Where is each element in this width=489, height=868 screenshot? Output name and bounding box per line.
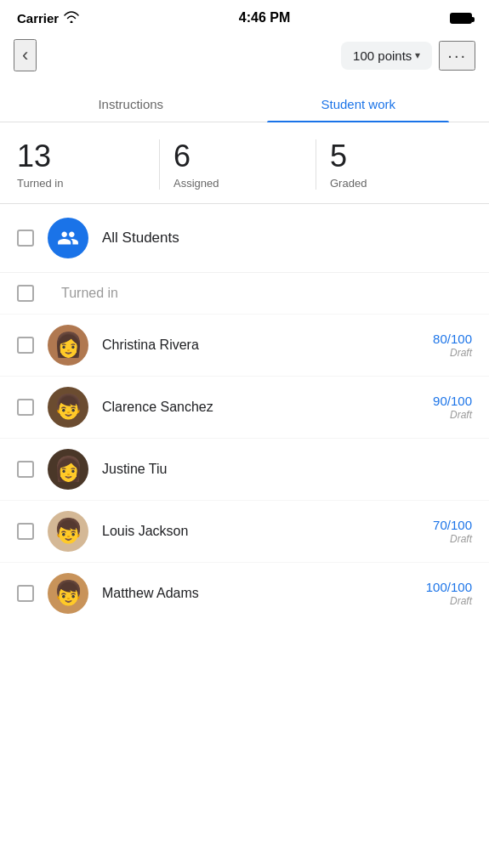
header: ‹ 100 points ▾ ··· [0, 32, 489, 85]
back-button[interactable]: ‹ [14, 39, 37, 71]
section-turned-in-header: Turned in [0, 273, 489, 314]
assigned-label: Assigned [173, 177, 219, 190]
all-students-avatar [48, 218, 88, 258]
header-right: 100 points ▾ ··· [341, 41, 475, 71]
section-turned-in-label: Turned in [61, 286, 118, 301]
more-button[interactable]: ··· [439, 41, 475, 71]
student-row[interactable]: 👦 Clarence Sanchez 90/100 Draft [0, 376, 489, 438]
grade-score-christina-rivera: 80/100 [433, 332, 472, 346]
all-students-label: All Students [102, 230, 179, 247]
student-name-matthew-adams: Matthew Adams [102, 586, 426, 601]
student-avatar-matthew-adams: 👦 [48, 573, 88, 614]
time-display: 4:46 PM [239, 10, 290, 26]
tab-instructions[interactable]: Instructions [17, 85, 245, 122]
student-checkbox-matthew-adams[interactable] [17, 585, 34, 602]
chevron-down-icon: ▾ [415, 49, 420, 61]
student-name-clarence-sanchez: Clarence Sanchez [102, 400, 433, 415]
grade-score-clarence-sanchez: 90/100 [433, 394, 472, 408]
grade-info-clarence-sanchez: 90/100 Draft [433, 394, 472, 421]
grade-draft-christina-rivera: Draft [433, 347, 472, 359]
student-avatar-clarence-sanchez: 👦 [48, 387, 88, 428]
student-checkbox-louis-jackson[interactable] [17, 523, 34, 540]
tab-student-work[interactable]: Student work [245, 85, 473, 122]
student-row[interactable]: 👦 Matthew Adams 100/100 Draft [0, 562, 489, 624]
status-left: Carrier [17, 11, 79, 26]
student-avatar-justine-tiu: 👩 [48, 449, 88, 490]
tabs-container: Instructions Student work [0, 85, 489, 122]
grade-info-christina-rivera: 80/100 Draft [433, 332, 472, 359]
status-right [450, 13, 472, 24]
graded-label: Graded [330, 177, 367, 190]
stats-row: 13 Turned in 6 Assigned 5 Graded [0, 122, 489, 204]
student-checkbox-clarence-sanchez[interactable] [17, 399, 34, 416]
group-icon [57, 227, 79, 249]
grade-draft-louis-jackson: Draft [433, 533, 472, 545]
stat-assigned: 6 Assigned [160, 139, 316, 190]
student-row[interactable]: 👩 Justine Tiu [0, 438, 489, 500]
grade-score-louis-jackson: 70/100 [433, 518, 472, 532]
grade-draft-clarence-sanchez: Draft [433, 409, 472, 421]
status-bar: Carrier 4:46 PM [0, 0, 489, 32]
grade-info-matthew-adams: 100/100 Draft [426, 580, 472, 607]
student-row[interactable]: 👩 Christina Rivera 80/100 Draft [0, 314, 489, 376]
student-avatar-louis-jackson: 👦 [48, 511, 88, 552]
grade-draft-matthew-adams: Draft [426, 595, 472, 607]
student-row[interactable]: 👦 Louis Jackson 70/100 Draft [0, 500, 489, 562]
graded-number: 5 [330, 139, 347, 173]
turned-in-label: Turned in [17, 177, 63, 190]
student-checkbox-christina-rivera[interactable] [17, 337, 34, 354]
turned-in-number: 13 [17, 139, 51, 173]
stat-turned-in: 13 Turned in [17, 139, 160, 190]
points-label: 100 points [353, 48, 412, 63]
battery-icon [450, 13, 472, 24]
student-name-christina-rivera: Christina Rivera [102, 338, 433, 353]
student-name-louis-jackson: Louis Jackson [102, 524, 433, 539]
student-name-justine-tiu: Justine Tiu [102, 462, 472, 477]
points-button[interactable]: 100 points ▾ [341, 42, 432, 70]
section-checkbox[interactable] [17, 285, 34, 302]
grade-info-louis-jackson: 70/100 Draft [433, 518, 472, 545]
student-avatar-christina-rivera: 👩 [48, 325, 88, 366]
stat-graded: 5 Graded [316, 139, 472, 190]
carrier-label: Carrier [17, 11, 59, 26]
students-list: 👩 Christina Rivera 80/100 Draft 👦 Claren… [0, 314, 489, 624]
assigned-number: 6 [173, 139, 190, 173]
grade-score-matthew-adams: 100/100 [426, 580, 472, 594]
student-checkbox-justine-tiu[interactable] [17, 461, 34, 478]
all-students-checkbox[interactable] [17, 230, 34, 247]
wifi-icon [64, 11, 79, 26]
all-students-row[interactable]: All Students [0, 204, 489, 273]
